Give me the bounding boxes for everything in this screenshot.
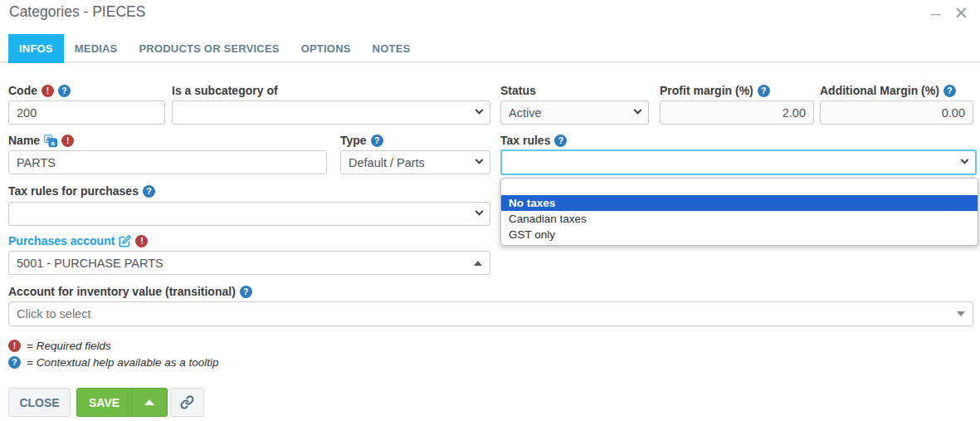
tab-notes[interactable]: NOTES [362,34,422,63]
inventory-account-input[interactable] [17,307,957,321]
profit-margin-label: Profit margin (%) ? [660,84,770,97]
tax-rules-dropdown: No taxes Canadian taxes GST only [500,178,978,246]
name-label: Name A a ! [8,134,74,147]
help-icon: ? [8,356,21,369]
code-label: Code ! ? [8,84,71,97]
dropdown-option-canadian-taxes[interactable]: Canadian taxes [501,211,978,227]
additional-margin-input[interactable] [820,100,973,125]
help-icon[interactable]: ? [143,185,155,198]
additional-margin-label: Additional Margin (%) ? [820,84,956,97]
svg-text:a: a [51,140,55,145]
inventory-account-combobox[interactable] [8,301,973,326]
tax-rules-label-text: Tax rules [500,134,550,147]
status-label-text: Status [500,84,536,97]
tab-medias[interactable]: MEDIAS [64,34,129,63]
required-icon: ! [8,340,21,352]
translate-icon[interactable]: A a [44,135,57,147]
type-label-text: Type [340,134,367,147]
chevron-down-icon [475,208,484,216]
subcategory-label-text: Is a subcategory of [172,84,278,97]
dropdown-option-no-taxes[interactable]: No taxes [501,195,978,211]
tax-rules-label: Tax rules ? [500,134,567,147]
close-icon[interactable]: ✕ [953,2,968,25]
type-label: Type ? [340,134,383,147]
caret-down-icon [957,311,965,316]
tab-products-or-services[interactable]: PRODUCTS OR SERVICES [129,34,290,63]
tax-rules-select[interactable] [500,149,977,175]
tax-rules-purchases-label-text: Tax rules for purchases [8,184,139,198]
dropdown-option-blank[interactable] [501,179,978,195]
purchases-account-label[interactable]: Purchases account ! [8,234,148,247]
save-options-button[interactable] [131,389,167,416]
purchases-account-value: 5001 - PURCHASE PARTS [17,257,474,270]
link-icon [180,395,194,409]
window-controls: – ✕ [931,2,968,25]
chevron-down-icon [961,156,969,164]
minimize-icon[interactable]: – [931,2,941,25]
profit-margin-input[interactable] [660,100,814,125]
help-icon[interactable]: ? [240,286,252,298]
help-icon[interactable]: ? [943,85,956,97]
tax-rules-purchases-label: Tax rules for purchases ? [8,184,155,198]
save-button[interactable]: SAVE [77,389,131,416]
status-value: Active [509,106,635,120]
help-icon[interactable]: ? [758,85,770,97]
tax-rules-purchases-select[interactable] [8,202,490,226]
help-icon[interactable]: ? [371,135,383,147]
legend-required: ! = Required fields [8,340,111,352]
subcategory-select[interactable] [172,100,490,125]
save-split-button: SAVE [76,388,168,417]
name-input[interactable] [8,150,327,174]
profit-margin-label-text: Profit margin (%) [660,84,753,97]
purchases-account-combobox[interactable]: 5001 - PURCHASE PARTS [8,251,490,275]
tabbar: INFOS MEDIAS PRODUCTS OR SERVICES OPTION… [8,34,421,63]
code-input[interactable] [8,100,165,125]
edit-icon[interactable] [119,235,131,247]
chevron-down-icon [475,106,484,115]
close-button[interactable]: CLOSE [8,388,71,417]
purchases-account-label-text: Purchases account [8,234,115,247]
legend-help: ? = Contextual help available as a toolt… [8,356,219,369]
dropdown-option-gst-only[interactable]: GST only [501,227,978,242]
type-value: Default / Parts [349,156,476,169]
code-label-text: Code [8,84,37,97]
required-icon: ! [135,235,148,247]
status-select[interactable]: Active [500,100,649,125]
status-label: Status [500,84,536,97]
copy-link-button[interactable] [170,388,204,417]
name-label-text: Name [8,134,40,147]
caret-up-icon [144,399,154,405]
chevron-down-icon [475,156,484,164]
help-icon[interactable]: ? [554,135,567,147]
tab-options[interactable]: OPTIONS [290,34,362,63]
subcategory-label: Is a subcategory of [172,84,278,97]
help-icon[interactable]: ? [58,85,71,97]
type-select[interactable]: Default / Parts [340,150,490,174]
caret-up-icon [474,261,482,266]
legend-help-text: = Contextual help available as a tooltip [27,356,219,369]
inventory-account-label-text: Account for inventory value (transitiona… [8,285,236,298]
legend-required-text: = Required fields [27,340,111,352]
required-icon: ! [61,135,74,147]
tab-infos[interactable]: INFOS [8,34,64,63]
chevron-down-icon [634,106,642,115]
additional-margin-label-text: Additional Margin (%) [820,84,939,97]
required-icon: ! [41,85,54,97]
inventory-account-label: Account for inventory value (transitiona… [8,285,252,298]
page-title: Categories - PIECES [9,3,145,21]
